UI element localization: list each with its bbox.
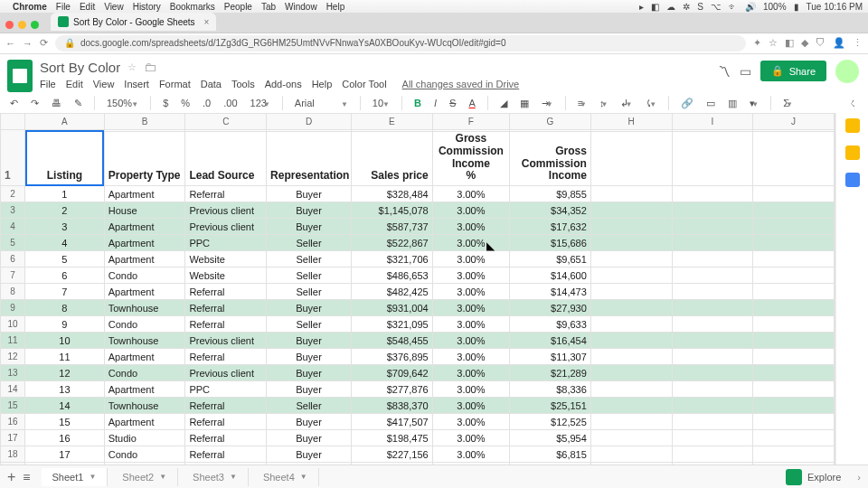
paint-format-button[interactable]: ✎ (71, 97, 85, 110)
cell[interactable] (590, 381, 672, 398)
cell[interactable]: $931,004 (351, 300, 432, 316)
cell[interactable]: $321,095 (351, 316, 432, 333)
cell[interactable]: 11 (25, 349, 105, 365)
cell[interactable] (753, 381, 835, 398)
cell[interactable]: Representation (267, 130, 352, 186)
valign-button[interactable]: ↕▼ (597, 97, 610, 109)
filter-button[interactable]: ▾▼ (747, 97, 761, 110)
explore-icon[interactable] (786, 469, 802, 485)
cell[interactable]: $27,930 (510, 300, 591, 316)
col-header[interactable]: J (753, 114, 835, 130)
cell[interactable]: $548,455 (351, 333, 432, 349)
menu-view[interactable]: View (93, 79, 115, 89)
row-header[interactable]: 8 (1, 284, 25, 300)
cell[interactable]: 7 (25, 284, 105, 300)
menu-insert[interactable]: Insert (124, 79, 149, 89)
cell[interactable] (753, 219, 835, 235)
cell[interactable]: Buyer (267, 333, 352, 349)
cell[interactable]: 3.00% (432, 284, 510, 300)
cell[interactable]: Buyer (267, 446, 352, 463)
format-percent-button[interactable]: % (178, 97, 193, 109)
cell[interactable]: 3.00% (432, 349, 510, 365)
cell[interactable]: Buyer (267, 381, 352, 398)
comment-button[interactable]: ▭ (703, 97, 718, 110)
cell[interactable]: 3.00% (432, 414, 510, 430)
cell[interactable]: Sales price (351, 130, 432, 186)
cell[interactable]: Seller (267, 235, 352, 251)
cell[interactable]: Referral (185, 349, 267, 365)
cell[interactable] (590, 349, 672, 365)
cell[interactable] (590, 365, 672, 381)
cell[interactable] (590, 284, 672, 300)
cell[interactable]: 14 (25, 398, 105, 414)
col-header[interactable]: G (510, 114, 591, 130)
star-icon[interactable]: ☆ (769, 37, 778, 49)
col-header[interactable]: I (672, 114, 753, 130)
sheet-tab[interactable]: Sheet2▼ (111, 468, 178, 486)
cell[interactable]: PPC (185, 235, 267, 251)
col-header[interactable]: B (104, 114, 185, 130)
cell[interactable]: Townhouse (104, 398, 185, 414)
cell[interactable]: Apartment (104, 235, 185, 251)
cell[interactable] (590, 186, 672, 202)
cell[interactable]: 3.00% (432, 381, 510, 398)
wrap-button[interactable]: ↲▼ (618, 97, 635, 110)
cell[interactable]: 3.00% (432, 235, 510, 251)
cell[interactable]: $21,289 (510, 365, 591, 381)
cell[interactable]: Website (185, 267, 267, 284)
cell[interactable]: Apartment (104, 251, 185, 267)
chart-button[interactable]: ▥ (725, 97, 740, 110)
cell[interactable]: Buyer (267, 300, 352, 316)
cell[interactable]: Buyer (267, 414, 352, 430)
collapse-toolbar-button[interactable]: ㄑ (845, 96, 861, 111)
cell[interactable] (590, 430, 672, 446)
cell[interactable]: 8 (25, 300, 105, 316)
cell[interactable]: Referral (185, 316, 267, 333)
share-button[interactable]: 🔒 Share (760, 61, 826, 81)
cell[interactable]: Buyer (267, 365, 352, 381)
table-row[interactable]: 21ApartmentReferralBuyer$328,4843.00%$9,… (1, 186, 835, 202)
rotate-button[interactable]: ⤹▼ (642, 97, 659, 110)
format-currency-button[interactable]: $ (160, 97, 171, 109)
cell[interactable] (672, 333, 753, 349)
cell[interactable] (672, 365, 753, 381)
cell[interactable]: 15 (25, 414, 105, 430)
cell[interactable]: Property Type (104, 130, 185, 186)
cell[interactable]: Buyer (267, 219, 352, 235)
cell[interactable] (753, 414, 835, 430)
cell[interactable]: $8,336 (510, 381, 591, 398)
cell[interactable]: 3 (25, 219, 105, 235)
cell[interactable]: Previous client (185, 365, 267, 381)
cell[interactable]: $25,151 (510, 398, 591, 414)
cell[interactable] (590, 300, 672, 316)
cell[interactable] (672, 202, 753, 219)
back-button[interactable]: ← (5, 38, 15, 49)
col-header[interactable]: F (432, 114, 510, 130)
cell[interactable]: $12,525 (510, 414, 591, 430)
row-header[interactable]: 18 (1, 446, 25, 463)
save-status[interactable]: All changes saved in Drive (402, 79, 520, 89)
link-button[interactable]: 🔗 (678, 97, 696, 110)
cell[interactable]: Apartment (104, 349, 185, 365)
cell[interactable] (672, 414, 753, 430)
cell[interactable]: 6 (25, 267, 105, 284)
menu-data[interactable]: Data (201, 79, 222, 89)
cell[interactable]: Condo (104, 365, 185, 381)
undo-button[interactable]: ↶ (7, 97, 21, 110)
functions-button[interactable]: Σ▼ (780, 97, 796, 109)
spreadsheet-grid[interactable]: A B C D E F G H I J 1ListingProperty Typ… (0, 113, 835, 465)
cell[interactable]: Seller (267, 251, 352, 267)
column-header-row[interactable]: A B C D E F G H I J (1, 114, 835, 130)
halign-button[interactable]: ≡▼ (575, 97, 590, 109)
cell[interactable] (753, 267, 835, 284)
table-row[interactable]: 1110TownhousePrevious clientBuyer$548,45… (1, 333, 835, 349)
redo-button[interactable]: ↷ (28, 97, 42, 110)
cell[interactable]: Seller (267, 284, 352, 300)
cell[interactable] (590, 414, 672, 430)
cell[interactable] (753, 235, 835, 251)
cell[interactable] (672, 446, 753, 463)
cell[interactable]: $321,706 (351, 251, 432, 267)
cell[interactable]: Referral (185, 300, 267, 316)
cell[interactable] (672, 130, 753, 186)
cell[interactable]: $34,352 (510, 202, 591, 219)
